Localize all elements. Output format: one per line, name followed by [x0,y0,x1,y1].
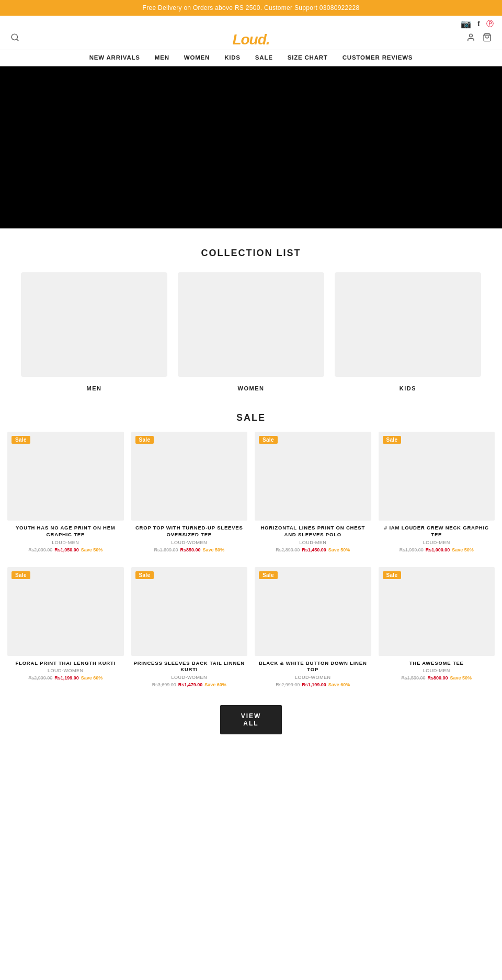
logo-text: Loud. [232,31,269,48]
price-sale-2: Rs850.00 [180,547,200,552]
facebook-icon[interactable]: f [477,20,480,28]
pinterest-icon[interactable]: Ⓟ [486,19,494,29]
nav-item-women[interactable]: WOMEN [184,54,210,61]
product-name-1: YOUTH HAS NO AGE PRINT ON HEM GRAPHIC TE… [7,525,124,538]
account-icon[interactable] [466,33,475,44]
price-original-5: Rs2,999.00 [28,675,52,681]
sale-badge-5: Sale [12,571,30,579]
collection-img-men [21,272,167,377]
header: Loud. [0,30,502,50]
product-brand-5: LOUD-WOMEN [7,668,124,673]
product-name-2: CROP TOP WITH TURNED-UP SLEEVES OVERSIZE… [131,525,248,538]
product-brand-1: LOUD-MEN [7,540,124,545]
product-img-6: Sale [131,567,248,656]
price-original-6: Rs3,699.00 [152,682,176,687]
nav-item-men[interactable]: MEN [155,54,169,61]
product-img-8: Sale [379,567,495,656]
collection-label-men: MEN [87,382,102,391]
price-save-5: Save 60% [81,675,103,681]
product-card-8[interactable]: Sale THE AWESOME TEE LOUD-MEN Rs1,599.00… [379,567,495,688]
header-left [10,33,19,44]
price-sale-5: Rs1,199.00 [54,675,79,681]
product-img-4: Sale [379,432,495,521]
product-card-4[interactable]: Sale # IAM LOUDER CREW NECK GRAPHIC TEE … [379,432,495,552]
product-card-6[interactable]: Sale PRINCESS SLEEVES BACK TAIL LINNEN K… [131,567,248,688]
sale-title: SALE [0,397,502,432]
product-prices-2: Rs1,699.00 Rs850.00 Save 50% [131,547,248,552]
collection-item-men[interactable]: MEN [21,272,167,391]
product-card-3[interactable]: Sale HORIZONTAL LINES PRINT ON CHEST AND… [255,432,371,552]
price-save-3: Save 50% [328,547,350,552]
nav-item-size-chart[interactable]: SIZE CHART [288,54,328,61]
sale-badge-1: Sale [12,436,30,444]
product-prices-7: Rs2,999.00 Rs1,199.00 Save 60% [255,682,371,687]
svg-point-2 [470,34,473,37]
product-img-3: Sale [255,432,371,521]
product-brand-7: LOUD-WOMEN [255,675,371,680]
sale-badge-6: Sale [135,571,154,579]
view-all-button[interactable]: VIEWALL [220,705,282,734]
product-prices-6: Rs3,699.00 Rs1,479.00 Save 60% [131,682,248,687]
collection-img-kids [335,272,481,377]
collection-title: COLLECTION LIST [0,229,502,267]
product-grid-row1: Sale YOUTH HAS NO AGE PRINT ON HEM GRAPH… [0,432,502,558]
price-save-7: Save 60% [328,682,350,687]
product-brand-6: LOUD-WOMEN [131,675,248,680]
nav-item-kids[interactable]: KIDS [224,54,241,61]
header-right [466,33,492,44]
collection-item-kids[interactable]: KIDS [335,272,481,391]
collection-label-women: WOMEN [238,382,265,391]
sale-badge-7: Sale [259,571,278,579]
banner-text: Free Delivery on Orders above RS 2500. C… [143,4,360,11]
product-img-1: Sale [7,432,124,521]
product-name-8: THE AWESOME TEE [379,660,495,667]
product-brand-3: LOUD-MEN [255,540,371,545]
search-icon[interactable] [10,33,19,44]
collection-grid: MEN WOMEN KIDS [0,267,502,397]
view-all-wrap: VIEWALL [0,693,502,750]
collection-label-kids: KIDS [400,382,416,391]
product-grid-row2: Sale FLORAL PRINT THAI LENGTH KURTI LOUD… [0,567,502,693]
price-original-8: Rs1,599.00 [401,675,425,681]
sale-badge-3: Sale [259,436,278,444]
price-original-7: Rs2,999.00 [276,682,300,687]
product-card-2[interactable]: Sale CROP TOP WITH TURNED-UP SLEEVES OVE… [131,432,248,552]
collection-item-women[interactable]: WOMEN [178,272,324,391]
cart-icon[interactable] [483,33,492,44]
nav-item-sale[interactable]: SALE [255,54,273,61]
collection-img-women [178,272,324,377]
product-img-2: Sale [131,432,248,521]
product-card-7[interactable]: Sale BLACK & WHITE BUTTON DOWN LINEN TOP… [255,567,371,688]
logo[interactable]: Loud. [232,29,269,49]
price-save-8: Save 50% [450,675,472,681]
product-card-5[interactable]: Sale FLORAL PRINT THAI LENGTH KURTI LOUD… [7,567,124,688]
product-brand-8: LOUD-MEN [379,668,495,673]
product-img-5: Sale [7,567,124,656]
top-banner: Free Delivery on Orders above RS 2500. C… [0,0,502,16]
product-name-5: FLORAL PRINT THAI LENGTH KURTI [7,660,124,667]
product-prices-3: Rs2,899.00 Rs1,450.00 Save 50% [255,547,371,552]
price-sale-1: Rs1,050.00 [54,547,79,552]
product-brand-2: LOUD-WOMEN [131,540,248,545]
sale-section: SALE Sale YOUTH HAS NO AGE PRINT ON HEM … [0,397,502,693]
product-prices-8: Rs1,599.00 Rs800.00 Save 50% [379,675,495,681]
price-sale-3: Rs1,450.00 [302,547,326,552]
product-img-7: Sale [255,567,371,656]
price-save-6: Save 60% [204,682,226,687]
instagram-icon[interactable]: 📷 [461,19,471,29]
product-name-3: HORIZONTAL LINES PRINT ON CHEST AND SLEE… [255,525,371,538]
product-brand-4: LOUD-MEN [379,540,495,545]
nav-item-customer-reviews[interactable]: CUSTOMER REVIEWS [343,54,413,61]
social-icons-row: 📷 f Ⓟ [0,16,502,30]
sale-badge-2: Sale [135,436,154,444]
product-name-4: # IAM LOUDER CREW NECK GRAPHIC TEE [379,525,495,538]
collection-section: COLLECTION LIST MEN WOMEN KIDS [0,229,502,397]
sale-badge-4: Sale [383,436,402,444]
price-sale-7: Rs1,199.00 [302,682,326,687]
price-sale-6: Rs1,479.00 [178,682,203,687]
price-original-3: Rs2,899.00 [276,547,300,552]
price-original-4: Rs1,999.00 [400,547,424,552]
product-prices-1: Rs2,099.00 Rs1,050.00 Save 50% [7,547,124,552]
product-card-1[interactable]: Sale YOUTH HAS NO AGE PRINT ON HEM GRAPH… [7,432,124,552]
nav-item-new-arrivals[interactable]: NEW ARRIVALS [89,54,140,61]
